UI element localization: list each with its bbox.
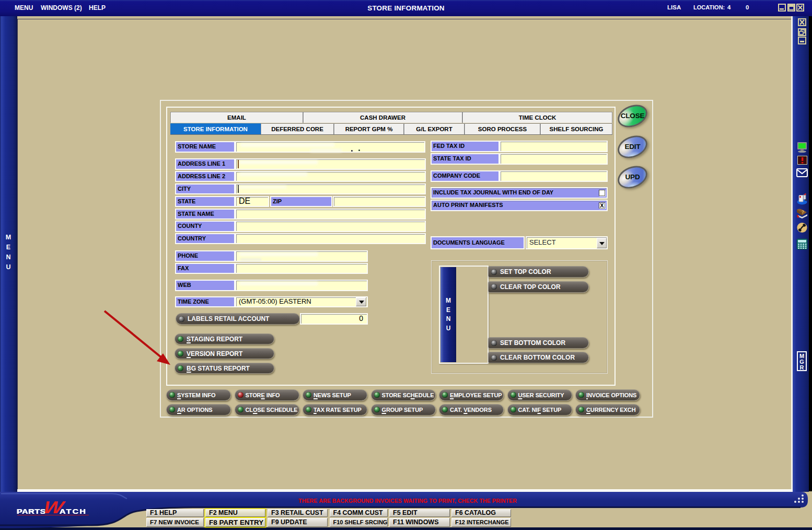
svg-text:?: ? [801,209,805,215]
